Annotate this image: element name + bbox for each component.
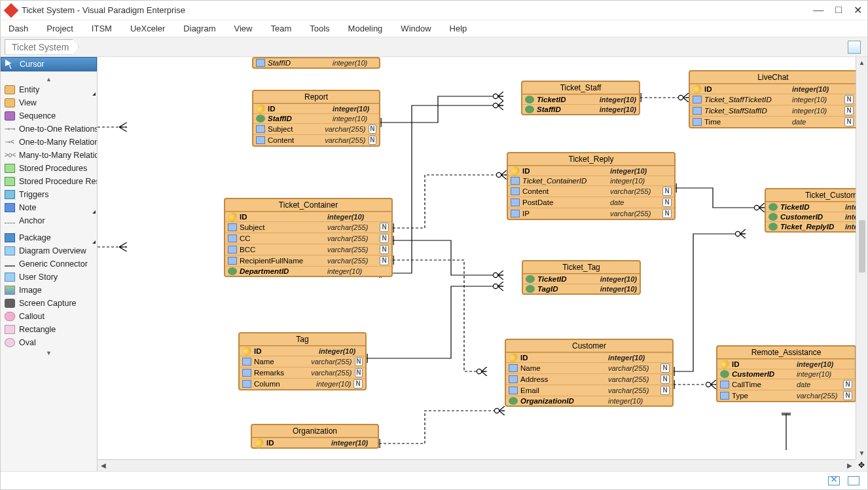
- menu-help[interactable]: Help: [450, 24, 467, 33]
- column-row[interactable]: Subjectvarchar(255)N: [253, 123, 379, 134]
- palette-callout[interactable]: Callout: [1, 310, 97, 323]
- minimize-button[interactable]: —: [813, 4, 823, 16]
- entity-ticket_container[interactable]: Ticket_ContainerIDinteger(10)Subjectvarc…: [224, 198, 393, 277]
- column-row[interactable]: TicketIDinteger(10): [523, 274, 640, 284]
- entity-ticket_staff[interactable]: Ticket_StaffTicketIDinteger(10)StaffIDin…: [521, 81, 640, 115]
- palette-collapse-icon[interactable]: ▲: [1, 75, 97, 83]
- palette-entity[interactable]: Entity: [1, 83, 97, 96]
- menu-window[interactable]: Window: [401, 24, 431, 33]
- column-row[interactable]: BCCvarchar(255)N: [225, 244, 391, 255]
- column-row[interactable]: CallTimedateN: [717, 379, 855, 390]
- scroll-right-icon[interactable]: ▶: [844, 462, 856, 469]
- palette-one-to-many-relationship[interactable]: ⊸<One-to-Many Relationship: [1, 136, 97, 149]
- menu-dash[interactable]: Dash: [9, 24, 28, 33]
- column-row[interactable]: DepartmentIDinteger(10): [225, 266, 391, 276]
- menu-team[interactable]: Team: [270, 24, 291, 33]
- column-row[interactable]: TicketIDinteger(10): [766, 202, 867, 212]
- column-row[interactable]: StaffIDinteger(10): [253, 113, 379, 123]
- vertical-scrollbar[interactable]: ▲ ▼: [856, 57, 867, 459]
- column-row[interactable]: RecipientFullNamevarchar(255)N: [225, 255, 391, 266]
- column-row[interactable]: IDinteger(10): [240, 346, 365, 356]
- column-row[interactable]: TicketIDinteger(10): [522, 94, 639, 104]
- column-row[interactable]: IDinteger(10): [508, 166, 674, 176]
- column-row[interactable]: IPvarchar(255)N: [508, 208, 674, 219]
- palette-user-story[interactable]: User Story: [1, 271, 97, 284]
- horizontal-scrollbar[interactable]: ◀ ▶: [98, 459, 856, 471]
- palette-one-to-one-relationship[interactable]: ⊸⊸One-to-One Relationship: [1, 122, 97, 136]
- column-row[interactable]: IDinteger(10): [717, 359, 855, 369]
- pan-handle-icon[interactable]: ✥: [856, 459, 867, 471]
- column-row[interactable]: IDinteger(10): [690, 84, 856, 94]
- breadcrumb[interactable]: Ticket System: [5, 39, 79, 55]
- menu-view[interactable]: View: [234, 24, 252, 33]
- palette-rectangle[interactable]: Rectangle: [1, 323, 97, 336]
- menu-tools[interactable]: Tools: [310, 24, 329, 33]
- column-row[interactable]: TagIDinteger(10): [523, 284, 640, 293]
- palette-cursor[interactable]: Cursor: [1, 57, 97, 71]
- column-row[interactable]: Namevarchar(255)N: [506, 362, 672, 373]
- entity-ticket_tag[interactable]: Ticket_TagTicketIDinteger(10)TagIDintege…: [522, 260, 641, 295]
- menu-uexceler[interactable]: UeXceler: [130, 24, 165, 33]
- palette-screen-capture[interactable]: Screen Capture: [1, 297, 97, 310]
- entity-ticket_reply[interactable]: Ticket_ReplyIDinteger(10)Ticket_Containe…: [507, 152, 676, 220]
- palette-anchor[interactable]: Anchor: [1, 214, 97, 227]
- column-row[interactable]: OrganizationIDinteger(10): [506, 396, 672, 405]
- entity-staff_frag[interactable]: StaffIDinteger(10): [252, 57, 380, 69]
- scroll-down-icon[interactable]: ▼: [859, 447, 865, 459]
- palette-package[interactable]: Package: [1, 231, 97, 244]
- entity-livechat[interactable]: LiveChatIDinteger(10)Ticket_StaffTicketI…: [689, 70, 858, 128]
- entity-remote_assistance[interactable]: Remote_AssistanceIDinteger(10)CustomerID…: [716, 345, 856, 402]
- menu-project[interactable]: Project: [46, 24, 73, 33]
- column-row[interactable]: IDinteger(10): [252, 438, 378, 447]
- column-row[interactable]: StaffIDinteger(10): [522, 104, 639, 114]
- column-row[interactable]: Ticket_ReplyIDinteger(10): [766, 221, 867, 231]
- palette-many-to-many-relationship[interactable]: >o<Many-to-Many Relationship: [1, 149, 97, 162]
- column-row[interactable]: Addressvarchar(255)N: [506, 373, 672, 385]
- column-row[interactable]: IDinteger(10): [225, 212, 391, 221]
- palette-diagram-overview[interactable]: Diagram Overview: [1, 244, 97, 257]
- column-row[interactable]: Typevarchar(255)N: [717, 390, 855, 401]
- palette-expand-icon[interactable]: ▼: [1, 349, 97, 357]
- close-button[interactable]: ✕: [854, 4, 862, 16]
- maximize-button[interactable]: □: [835, 4, 842, 16]
- column-row[interactable]: Namevarchar(255)N: [240, 356, 365, 367]
- column-row[interactable]: CustomerIDinteger(10): [717, 369, 855, 379]
- scroll-left-icon[interactable]: ◀: [98, 462, 109, 469]
- palette-stored-procedure-resultset[interactable]: Stored Procedure Resultset: [1, 175, 97, 188]
- column-row[interactable]: Columninteger(10)N: [240, 378, 365, 389]
- column-row[interactable]: CustomerIDinteger(10): [766, 212, 867, 221]
- column-row[interactable]: Emailvarchar(255)N: [506, 385, 672, 396]
- column-row[interactable]: Ticket_ContainerIDinteger(10): [508, 176, 674, 185]
- palette-note[interactable]: Note: [1, 201, 97, 214]
- entity-ticket_customer[interactable]: Ticket_CustomerTicketIDinteger(10)Custom…: [765, 188, 867, 233]
- column-row[interactable]: CCvarchar(255)N: [225, 233, 391, 244]
- column-row[interactable]: StaffIDinteger(10): [253, 58, 379, 67]
- column-row[interactable]: TimedateN: [690, 116, 856, 127]
- column-row[interactable]: Subjectvarchar(255)N: [225, 221, 391, 233]
- menu-itsm[interactable]: ITSM: [92, 24, 112, 33]
- column-row[interactable]: Contentvarchar(255)N: [253, 134, 379, 145]
- column-row[interactable]: Ticket_StaffStaffIDinteger(10)N: [690, 105, 856, 116]
- menu-modeling[interactable]: Modeling: [348, 24, 383, 33]
- palette-stored-procedures[interactable]: Stored Procedures: [1, 162, 97, 175]
- view-switcher-icon[interactable]: [848, 41, 861, 54]
- palette-triggers[interactable]: Triggers: [1, 188, 97, 201]
- palette-oval[interactable]: Oval: [1, 336, 97, 349]
- column-row[interactable]: PostDatedateN: [508, 197, 674, 208]
- palette-generic-connector[interactable]: Generic Connector: [1, 257, 97, 271]
- scroll-up-icon[interactable]: ▲: [859, 57, 865, 69]
- entity-customer[interactable]: CustomerIDinteger(10)Namevarchar(255)NAd…: [505, 339, 674, 407]
- entity-organization[interactable]: OrganizationIDinteger(10): [251, 424, 379, 449]
- column-row[interactable]: Ticket_StaffTicketIDinteger(10)N: [690, 94, 856, 105]
- column-row[interactable]: Contentvarchar(255)N: [508, 185, 674, 197]
- palette-view[interactable]: View: [1, 96, 97, 109]
- column-row[interactable]: Remarksvarchar(255)N: [240, 367, 365, 378]
- entity-report[interactable]: ReportIDinteger(10)StaffIDinteger(10)Sub…: [252, 90, 380, 147]
- menu-diagram[interactable]: Diagram: [183, 24, 215, 33]
- palette-sequence[interactable]: Sequence: [1, 109, 97, 122]
- edit-icon[interactable]: [848, 476, 859, 485]
- diagram-canvas[interactable]: StaffIDinteger(10)ReportIDinteger(10)Sta…: [98, 57, 867, 471]
- column-row[interactable]: IDinteger(10): [253, 104, 379, 113]
- column-row[interactable]: IDinteger(10): [506, 352, 672, 362]
- palette-image[interactable]: Image: [1, 284, 97, 297]
